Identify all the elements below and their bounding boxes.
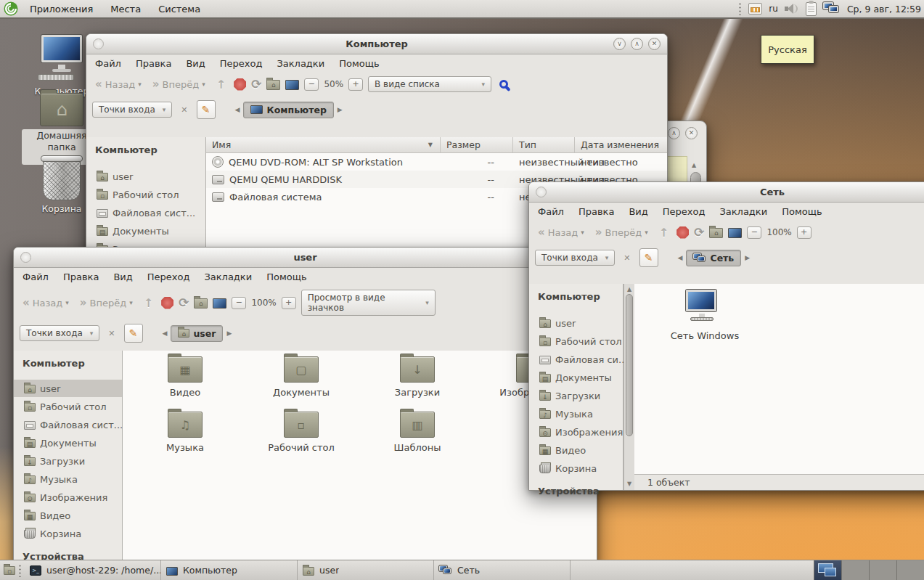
column-modified[interactable]: Дата изменения bbox=[575, 137, 667, 152]
forward-button[interactable]: » Вперёд ▾ bbox=[77, 295, 136, 311]
keyboard-layout-label[interactable]: ru bbox=[769, 4, 778, 14]
sidebar-item-pictures[interactable]: ⊙ Изображения bbox=[14, 489, 122, 506]
menu-help[interactable]: Помощь bbox=[782, 206, 822, 217]
up-button[interactable]: ↑ bbox=[213, 78, 229, 91]
sidebar-item-documents[interactable]: ▤ Документы bbox=[529, 369, 623, 386]
sidebar-item-documents[interactable]: ▤ Документы bbox=[86, 222, 205, 240]
menu-edit[interactable]: Правка bbox=[136, 58, 171, 69]
folder-templates[interactable]: ▥ Шаблоны bbox=[370, 412, 465, 453]
breadcrumb-computer[interactable]: Компьютер bbox=[243, 102, 333, 118]
menu-bookmarks[interactable]: Закладки bbox=[277, 58, 324, 69]
computer-button[interactable] bbox=[285, 80, 299, 90]
sidebar-item-video[interactable]: ▦ Видео bbox=[14, 507, 122, 524]
zoom-in-button[interactable]: + bbox=[348, 78, 363, 91]
network-tray-icon[interactable] bbox=[823, 2, 841, 15]
sidebar-item-trash[interactable]: Корзина bbox=[529, 459, 623, 477]
places-select[interactable]: Точки входа ▾ bbox=[92, 102, 172, 118]
sidebar-item-desktop[interactable]: ▫ Рабочий стол bbox=[86, 186, 205, 203]
column-name[interactable]: Имя ▼ bbox=[206, 137, 441, 152]
workspace-1[interactable] bbox=[814, 560, 841, 580]
search-button[interactable] bbox=[499, 80, 508, 89]
sidebar-item-filesystem[interactable]: Файловая си... bbox=[529, 351, 623, 368]
file-row[interactable]: QEMU DVD-ROM: ALT SP Workstation -- неиз… bbox=[206, 153, 667, 171]
workspace-2[interactable] bbox=[841, 560, 869, 580]
folder-documents[interactable]: ▢ Документы bbox=[254, 356, 348, 398]
menu-go[interactable]: Переход bbox=[663, 206, 706, 217]
sidebar-item-pictures[interactable]: ⊙ Изображения bbox=[529, 423, 623, 441]
sidebar-item-desktop[interactable]: ▫ Рабочий стол bbox=[14, 398, 122, 415]
edit-location-button[interactable]: ✎ bbox=[197, 100, 216, 119]
places-select[interactable]: Точки входа ▾ bbox=[20, 325, 99, 341]
folder-music[interactable]: ♫ Музыка bbox=[138, 412, 232, 453]
sidebar-item-music[interactable]: ♪ Музыка bbox=[14, 470, 122, 488]
breadcrumb-user[interactable]: ⌂ user bbox=[171, 325, 223, 342]
view-mode-select[interactable]: Просмотр в виде значков ▾ bbox=[301, 290, 436, 316]
menu-edit[interactable]: Правка bbox=[63, 271, 99, 282]
reload-button[interactable]: ⟳ bbox=[179, 295, 189, 310]
back-button[interactable]: « Назад ▾ bbox=[92, 76, 144, 92]
crumb-right-icon[interactable]: ▶ bbox=[223, 330, 235, 337]
volume-icon[interactable] bbox=[785, 3, 799, 15]
crumb-right-icon[interactable]: ▶ bbox=[741, 254, 753, 261]
workspace-3[interactable] bbox=[869, 560, 896, 580]
menu-help[interactable]: Помощь bbox=[339, 58, 379, 69]
up-button[interactable]: ↑ bbox=[656, 226, 671, 240]
back-dropdown-icon[interactable]: ▾ bbox=[581, 229, 584, 236]
crumb-left-icon[interactable]: ◀ bbox=[674, 254, 687, 261]
crumb-left-icon[interactable]: ◀ bbox=[232, 106, 244, 113]
window-menu-icon[interactable] bbox=[20, 252, 31, 263]
clipboard-icon[interactable] bbox=[806, 2, 817, 16]
folder-downloads[interactable]: ↓ Загрузки bbox=[370, 356, 465, 398]
distro-logo-icon[interactable] bbox=[4, 1, 18, 16]
scroll-up-icon[interactable]: ▲ bbox=[692, 162, 696, 168]
close-button[interactable]: ✕ bbox=[648, 38, 661, 50]
edit-location-button[interactable]: ✎ bbox=[639, 248, 658, 267]
menu-applications[interactable]: Приложения bbox=[21, 0, 102, 17]
taskbar-handle[interactable] bbox=[18, 564, 22, 577]
forward-dropdown-icon[interactable]: ▾ bbox=[202, 81, 205, 88]
window-menu-icon[interactable] bbox=[93, 38, 104, 49]
sidebar-item-user[interactable]: ⌂ user bbox=[86, 168, 205, 185]
computer-button[interactable] bbox=[728, 228, 742, 238]
close-button[interactable]: ✕ bbox=[685, 127, 698, 139]
stop-button[interactable] bbox=[676, 226, 689, 239]
menu-go[interactable]: Переход bbox=[220, 58, 263, 69]
clear-location-icon[interactable]: ✕ bbox=[178, 105, 190, 115]
crumb-left-icon[interactable]: ◀ bbox=[159, 330, 171, 337]
column-size[interactable]: Размер bbox=[441, 137, 513, 152]
task-computer[interactable]: Компьютер bbox=[161, 560, 298, 580]
clear-location-icon[interactable]: ✕ bbox=[105, 329, 118, 338]
menu-file[interactable]: Файл bbox=[538, 206, 564, 217]
titlebar[interactable]: Компьютер ∨ ∧ ✕ bbox=[86, 34, 667, 54]
reload-button[interactable]: ⟳ bbox=[694, 225, 704, 240]
reload-button[interactable]: ⟳ bbox=[251, 77, 261, 91]
menu-system[interactable]: Система bbox=[150, 0, 209, 17]
menu-help[interactable]: Помощь bbox=[266, 271, 306, 282]
titlebar[interactable]: user ∨ ∧ ✕ bbox=[14, 248, 597, 268]
titlebar[interactable]: Сеть ∨ ∧ ✕ bbox=[529, 182, 924, 203]
forward-dropdown-icon[interactable]: ▾ bbox=[129, 299, 133, 306]
workspace-4[interactable] bbox=[896, 560, 924, 580]
minimize-button[interactable]: ∨ bbox=[613, 38, 626, 50]
sidebar-item-documents[interactable]: ▤ Документы bbox=[14, 434, 122, 452]
back-button[interactable]: « Назад ▾ bbox=[20, 295, 72, 311]
view-mode-select[interactable]: В виде списка ▾ bbox=[368, 76, 491, 92]
menu-view[interactable]: Вид bbox=[113, 271, 132, 282]
maximize-button[interactable]: ∧ bbox=[668, 127, 680, 139]
task-network[interactable]: Сеть bbox=[434, 560, 571, 580]
home-button[interactable]: ⌂ bbox=[709, 228, 723, 238]
sidebar-item-filesystem[interactable]: Файловая сист... bbox=[86, 204, 205, 221]
places-select[interactable]: Точки входа ▾ bbox=[535, 250, 615, 266]
home-button[interactable]: ⌂ bbox=[194, 298, 208, 309]
sidebar-item-downloads[interactable]: ↓ Загрузки bbox=[14, 452, 122, 470]
column-type[interactable]: Тип bbox=[513, 137, 575, 152]
menu-places[interactable]: Места bbox=[102, 0, 150, 17]
menu-view[interactable]: Вид bbox=[629, 206, 647, 217]
forward-button[interactable]: » Вперёд ▾ bbox=[592, 224, 651, 240]
menu-edit[interactable]: Правка bbox=[578, 206, 614, 217]
network-item[interactable]: Сеть Windows bbox=[658, 290, 752, 341]
folder-video[interactable]: ▦ Видео bbox=[138, 356, 232, 398]
stop-button[interactable] bbox=[234, 78, 246, 91]
sidebar-item-desktop[interactable]: ▫ Рабочий стол bbox=[529, 332, 623, 350]
clear-location-icon[interactable]: ✕ bbox=[621, 253, 633, 263]
